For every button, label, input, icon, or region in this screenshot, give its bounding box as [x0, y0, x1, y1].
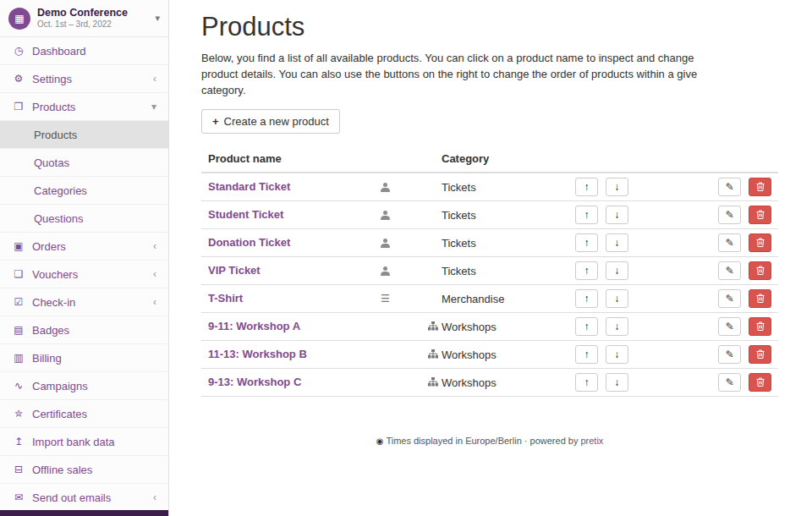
move-up-button[interactable]: ↑ [575, 233, 598, 252]
move-down-button[interactable]: ↓ [606, 289, 628, 308]
edit-button[interactable]: ✎ [718, 317, 741, 336]
move-up-button[interactable]: ↑ [575, 345, 598, 364]
edit-button[interactable]: ✎ [718, 289, 741, 308]
sidebar-item-orders[interactable]: ▣ Orders ‹ [0, 233, 168, 261]
move-up-button[interactable]: ↑ [575, 317, 598, 336]
product-name-link[interactable]: 9-13: Workshop C [208, 376, 301, 388]
delete-button[interactable] [749, 178, 771, 196]
delete-button[interactable] [749, 289, 771, 308]
admission-person-icon [381, 183, 390, 192]
delete-button[interactable] [749, 233, 771, 252]
move-down-button[interactable]: ↓ [606, 206, 628, 224]
sidebar-subitem-quotas[interactable]: Quotas [0, 149, 168, 177]
arrow-up-icon: ↑ [584, 321, 590, 332]
chevron-left-icon: ‹ [153, 240, 156, 252]
edit-button[interactable]: ✎ [718, 233, 741, 252]
table-row: 9-11: Workshop A Workshops ↑ ↓ ✎ [201, 312, 778, 340]
sidebar-item-label: Dashboard [32, 45, 86, 58]
edit-button[interactable]: ✎ [718, 206, 741, 224]
edit-icon: ✎ [726, 321, 734, 332]
trash-icon [756, 377, 765, 387]
table-row: T-Shirt ☰ Merchandise ↑ ↓ ✎ [201, 284, 778, 312]
page-title: Products [201, 12, 778, 42]
sidebar-subitem-questions[interactable]: Questions [0, 205, 168, 233]
move-up-button[interactable]: ↑ [575, 178, 598, 196]
sidebar-item-label: Offline sales [32, 464, 92, 476]
sidebar-item-label: Questions [34, 212, 84, 225]
sidebar-item-vouchers[interactable]: ❏ Vouchers ‹ [0, 261, 168, 288]
chevron-left-icon: ‹ [153, 491, 156, 503]
delete-button[interactable] [749, 317, 771, 336]
product-name-link[interactable]: 9-11: Workshop A [208, 320, 300, 332]
sidebar-item-label: Orders [32, 240, 66, 253]
products-table: Product name Category Standard Ticket Ti… [201, 145, 778, 397]
table-row: Student Ticket Tickets ↑ ↓ ✎ [201, 200, 778, 228]
product-name-link[interactable]: Donation Ticket [208, 236, 290, 249]
footer-text: Times displayed in Europe/Berlin · power… [386, 436, 578, 446]
move-down-button[interactable]: ↓ [606, 345, 628, 364]
move-down-button[interactable]: ↓ [606, 261, 628, 280]
arrow-down-icon: ↓ [614, 376, 619, 388]
sidebar-item-send-out-emails[interactable]: ✉ Send out emails ‹ [0, 484, 168, 512]
sidebar-item-import-bank-data[interactable]: ↥ Import bank data [0, 428, 168, 456]
delete-button[interactable] [749, 345, 771, 364]
edit-button[interactable]: ✎ [718, 178, 741, 196]
pretix-link[interactable]: pretix [580, 436, 603, 446]
calendar-icon: ▦ [14, 13, 24, 25]
sidebar-item-campaigns[interactable]: ∿ Campaigns [0, 372, 168, 400]
edit-button[interactable]: ✎ [718, 373, 741, 392]
table-row: Standard Ticket Tickets ↑ ↓ ✎ [201, 173, 778, 201]
product-name-link[interactable]: Student Ticket [208, 208, 283, 221]
move-down-button[interactable]: ↓ [606, 373, 628, 392]
sidebar-item-checkin[interactable]: ☑ Check-in ‹ [0, 288, 168, 316]
table-row: Donation Ticket Tickets ↑ ↓ ✎ [201, 228, 778, 256]
sidebar: ▦ Demo Conference Oct. 1st – 3rd, 2022 ▾… [0, 0, 169, 516]
event-dates: Oct. 1st – 3rd, 2022 [37, 19, 128, 30]
sidebar-item-settings[interactable]: ⚙ Settings ‹ [0, 65, 168, 93]
arrow-up-icon: ↑ [584, 181, 590, 193]
move-down-button[interactable]: ↓ [606, 317, 628, 336]
sidebar-subitem-products[interactable]: Products [0, 121, 168, 149]
category-label: Tickets [442, 237, 476, 250]
admission-person-icon [381, 211, 390, 220]
move-up-button[interactable]: ↑ [575, 206, 598, 224]
sidebar-item-dashboard[interactable]: ◷ Dashboard [0, 37, 168, 65]
envelope-icon: ✉ [12, 491, 25, 503]
sidebar-item-products[interactable]: ❐ Products ▾ [0, 93, 168, 121]
edit-button[interactable]: ✎ [718, 345, 741, 364]
delete-button[interactable] [749, 373, 771, 392]
arrow-down-icon: ↓ [614, 321, 619, 332]
check-square-icon: ☑ [12, 296, 25, 308]
arrow-up-icon: ↑ [584, 349, 590, 360]
move-up-button[interactable]: ↑ [575, 261, 598, 280]
event-switcher[interactable]: ▦ Demo Conference Oct. 1st – 3rd, 2022 ▾ [0, 0, 168, 37]
product-name-link[interactable]: VIP Ticket [208, 264, 261, 277]
edit-button[interactable]: ✎ [718, 261, 741, 280]
delete-button[interactable] [749, 206, 771, 224]
sidebar-subitem-categories[interactable]: Categories [0, 177, 168, 205]
product-name-link[interactable]: T-Shirt [208, 292, 243, 305]
product-name-link[interactable]: 11-13: Workshop B [208, 348, 307, 360]
sidebar-item-billing[interactable]: ▥ Billing [0, 344, 168, 372]
product-name-link[interactable]: Standard Ticket [208, 180, 290, 193]
sidebar-item-label: Products [34, 129, 77, 141]
sidebar-item-label: Vouchers [32, 268, 78, 281]
sidebar-item-badges[interactable]: ▤ Badges [0, 316, 168, 344]
sidebar-item-label: Quotas [34, 156, 69, 169]
delete-button[interactable] [749, 261, 771, 280]
move-down-button[interactable]: ↓ [606, 178, 628, 196]
table-row: 11-13: Workshop B Workshops ↑ ↓ ✎ [201, 340, 778, 368]
sidebar-item-label: Import bank data [32, 436, 115, 448]
sidebar-item-offline-sales[interactable]: ⊟ Offline sales [0, 456, 168, 484]
category-label: Merchandise [442, 293, 504, 305]
move-down-button[interactable]: ↓ [606, 233, 628, 252]
create-product-label: Create a new product [224, 115, 329, 128]
sidebar-item-label: Send out emails [32, 491, 111, 504]
cart-icon: ▣ [12, 240, 25, 252]
sitemap-icon [428, 377, 438, 387]
create-product-button[interactable]: + Create a new product [201, 109, 340, 134]
sidebar-item-certificates[interactable]: ✮ Certificates [0, 400, 168, 428]
move-up-button[interactable]: ↑ [575, 373, 598, 392]
move-up-button[interactable]: ↑ [575, 289, 598, 308]
plus-icon: + [212, 115, 219, 128]
